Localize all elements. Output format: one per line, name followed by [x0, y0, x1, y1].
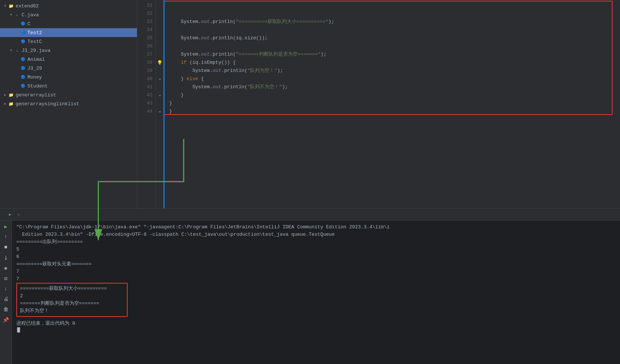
- code-line-39: System.out.println("队列为空！");: [169, 67, 616, 75]
- console-line: =========获取对头元素=======: [16, 261, 616, 268]
- line-number-39: 39: [137, 67, 152, 75]
- class-icon: 🔵: [20, 21, 26, 27]
- console-line: 6: [16, 253, 616, 261]
- pin-btn[interactable]: 📌: [1, 315, 10, 324]
- file-tree: ▼📁extend02▼☕C.java🔵C🔵Test2🔵TestC▼☕J3_29.…: [0, 0, 137, 208]
- sidebar-item-Animal[interactable]: 🔵Animal: [0, 55, 137, 64]
- line-number-37: 37: [137, 50, 152, 59]
- tree-item-label: C: [27, 21, 30, 27]
- scroll-down-btn[interactable]: ↓: [1, 284, 10, 293]
- line-number-44: 44: [137, 107, 152, 116]
- code-line-40: } else {: [169, 75, 616, 83]
- run-panel: ▶ ✕ ▶↑■⤓✱⊡↓🖨🗑📌 "C:\Program Files\Java\jd…: [0, 208, 620, 364]
- code-line-43: }: [169, 99, 616, 107]
- line-number-38: 38: [137, 59, 152, 67]
- line-number-31: 31: [137, 1, 152, 10]
- code-line-36: [169, 42, 616, 50]
- class-icon: 🔵: [20, 56, 26, 62]
- tree-item-label: J3_29: [27, 66, 42, 71]
- red-box-console-line: 2: [20, 292, 124, 300]
- console-line: 7: [16, 268, 616, 275]
- tree-item-label: Student: [27, 83, 48, 89]
- panel-tab-testqueue[interactable]: ▶ ✕: [6, 209, 23, 221]
- sidebar-item-C-class[interactable]: 🔵C: [0, 19, 137, 28]
- red-box-console-line: 队列不为空！: [20, 307, 124, 315]
- panel-header: ▶ ✕: [0, 209, 620, 221]
- code-line-34: [169, 26, 616, 34]
- tree-item-label: Money: [27, 75, 42, 80]
- line-number-33: 33: [137, 18, 152, 26]
- scroll-up-btn[interactable]: ↑: [1, 232, 10, 241]
- class-icon: 🔵: [20, 74, 26, 80]
- tree-item-label: generarraysinglinklist: [16, 101, 79, 107]
- code-line-38: if (iq.isEmpty()) {: [169, 59, 616, 67]
- sidebar-item-generarraylist[interactable]: ▶📁generarraylist: [0, 90, 137, 99]
- java-file-icon: ☕: [14, 12, 20, 18]
- console-line: Edition 2023.3.4\bin" -Dfile.encoding=UT…: [16, 231, 616, 238]
- code-line-41: System.out.println("队列不为空！");: [169, 83, 616, 91]
- code-line-31: [169, 1, 616, 10]
- class-icon: 🔵: [20, 83, 26, 89]
- red-box-console-line: =======判断队列是否为空=======: [20, 300, 124, 307]
- editor-gutter: 💡 ◀ ◀ ◀: [156, 0, 163, 208]
- class-icon: 🔵: [20, 39, 26, 44]
- sidebar-item-C.java[interactable]: ▼☕C.java: [0, 10, 137, 19]
- sidebar-item-J3_29.java[interactable]: ▼☕J3_29.java: [0, 46, 137, 55]
- chevron-icon: ▼: [9, 13, 13, 17]
- sidebar-item-J3_29[interactable]: 🔵J3_29: [0, 64, 137, 73]
- tree-item-label: extend02: [16, 3, 39, 9]
- print-btn[interactable]: 🖨: [1, 295, 10, 304]
- line-number-36: 36: [137, 42, 152, 50]
- download-btn[interactable]: ⤓: [1, 253, 10, 262]
- class-icon: 🔵: [20, 65, 26, 71]
- stop-btn[interactable]: ■: [1, 243, 10, 252]
- console-line: 5: [16, 246, 616, 253]
- console-line: =========出队列=========: [16, 238, 616, 246]
- line-number-41: 41: [137, 83, 152, 91]
- red-box-console-line: ==========获取队列大小==========: [20, 285, 124, 292]
- sidebar-item-generarraysinglinklist[interactable]: ▶📁generarraysinglinklist: [0, 99, 137, 108]
- code-lines: System.out.println("==========获取队列大小====…: [165, 0, 620, 208]
- code-line-33: System.out.println("==========获取队列大小====…: [169, 18, 616, 26]
- grid-btn[interactable]: ⊡: [1, 274, 10, 283]
- chevron-icon: ▼: [3, 4, 7, 8]
- console-line: "C:\Program Files\Java\jdk-17\bin\java.e…: [16, 224, 616, 231]
- tree-item-label: J3_29.java: [22, 48, 50, 53]
- code-line-35: System.out.println(iq.size());: [169, 34, 616, 42]
- sidebar-item-TestC[interactable]: 🔵TestC: [0, 37, 137, 46]
- code-line-42: }: [169, 91, 616, 99]
- folder-icon: 📁: [8, 101, 14, 107]
- chevron-icon: ▶: [3, 93, 7, 97]
- run-btn[interactable]: ▶: [1, 222, 10, 231]
- code-line-37: System.out.println("=======判断队列是否为空=====…: [169, 50, 616, 59]
- trash-btn[interactable]: 🗑: [1, 305, 10, 314]
- java-file-icon: ☕: [14, 47, 20, 53]
- chevron-icon: ▶: [3, 102, 7, 106]
- star-btn[interactable]: ✱: [1, 264, 10, 272]
- cursor-line: [16, 327, 616, 332]
- panel-body: ▶↑■⤓✱⊡↓🖨🗑📌 "C:\Program Files\Java\jdk-17…: [0, 221, 620, 364]
- sidebar-item-extend02[interactable]: ▼📁extend02: [0, 1, 137, 10]
- console-line: 7: [16, 275, 616, 283]
- folder-icon: 📁: [8, 3, 14, 9]
- line-numbers: 3132333435363738394041424344: [137, 0, 156, 208]
- process-end-line: 进程已结束，退出代码为 0: [16, 320, 616, 327]
- line-number-32: 32: [137, 10, 152, 18]
- line-number-40: 40: [137, 75, 152, 83]
- panel-tab-icon: ▶: [9, 212, 12, 217]
- code-editor: 3132333435363738394041424344 💡 ◀ ◀ ◀ Sys…: [137, 0, 620, 208]
- sidebar-item-Student[interactable]: 🔵Student: [0, 82, 137, 90]
- chevron-icon: ▼: [9, 48, 13, 53]
- sidebar-item-Money[interactable]: 🔵Money: [0, 73, 137, 82]
- line-number-34: 34: [137, 26, 152, 34]
- console-highlight-box: ==========获取队列大小==========2=======判断队列是否…: [16, 283, 128, 317]
- line-number-42: 42: [137, 91, 152, 99]
- line-number-35: 35: [137, 34, 152, 42]
- tree-item-label: TestC: [27, 39, 42, 44]
- panel-toolbar: ▶↑■⤓✱⊡↓🖨🗑📌: [0, 221, 12, 364]
- sidebar-item-Test2[interactable]: 🔵Test2: [0, 28, 137, 37]
- class-icon: 🔵: [20, 30, 26, 36]
- panel-tab-close[interactable]: ✕: [17, 212, 20, 217]
- console-output: "C:\Program Files\Java\jdk-17\bin\java.e…: [12, 221, 620, 364]
- tree-item-label: generarraylist: [16, 92, 56, 98]
